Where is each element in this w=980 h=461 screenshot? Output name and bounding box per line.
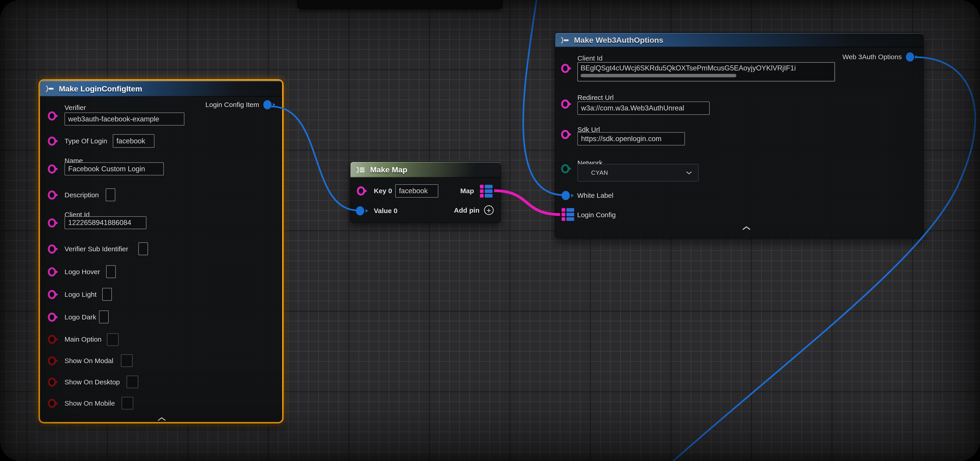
add-pin-icon[interactable]: + [484, 205, 494, 215]
pin-label-client-id: Client Id [578, 54, 603, 63]
output-web3auth-options[interactable]: Web 3Auth Options [842, 52, 914, 62]
make-map-icon [355, 166, 366, 173]
sdk-url-input[interactable]: https://sdk.openlogin.com [578, 132, 685, 145]
pin-label-show-on-desktop: Show On Desktop [65, 377, 120, 387]
pin-logo-hover[interactable] [48, 267, 56, 277]
logo-light-input[interactable] [102, 288, 112, 301]
wire-map-to-loginconfig[interactable] [494, 191, 560, 215]
pin-name[interactable] [48, 164, 56, 173]
verifier-sub-identifier-input[interactable] [138, 242, 148, 255]
graph-canvas[interactable]: Make LoginConfigItem Login Config Item V… [0, 0, 980, 461]
output-label: Login Config Item [205, 100, 259, 110]
client-id-input[interactable]: 1222658941886084 [65, 216, 146, 229]
pin-main-option[interactable] [48, 335, 56, 344]
pin-label-verifier-sub-identifier: Verifier Sub Identifier [65, 244, 128, 254]
client-id-input[interactable]: BEglQSgt4cUWcj6SKRdu5QkOXTsePmMcusG5EAoy… [578, 62, 835, 81]
pin-client-id[interactable] [48, 218, 56, 227]
pin-label-show-on-modal: Show On Modal [65, 356, 113, 366]
name-input[interactable]: Facebook Custom Login [65, 162, 164, 175]
network-value: CYAN [591, 169, 608, 176]
pin-label-verifier: Verifier [65, 103, 86, 113]
pin-sdk-url[interactable] [561, 130, 570, 139]
partial-node-top[interactable] [298, 0, 502, 9]
pin-logo-light[interactable] [48, 290, 56, 299]
type-of-login-input[interactable]: facebook [113, 134, 154, 148]
show-on-desktop-checkbox[interactable] [127, 375, 138, 388]
node-title: Make LoginConfigItem [59, 84, 142, 93]
blueprint-editor: Make LoginConfigItem Login Config Item V… [0, 0, 980, 461]
pin-value-0[interactable] [356, 206, 364, 215]
add-pin-label: Add pin [454, 205, 479, 215]
make-struct-icon [45, 85, 54, 92]
pin-label-show-on-mobile: Show On Mobile [65, 399, 115, 408]
pin-label-redirect-url: Redirect Url [578, 93, 614, 102]
output-pin-web3auth-options[interactable] [906, 52, 914, 62]
main-option-checkbox[interactable] [107, 333, 119, 346]
pin-login-config[interactable] [562, 208, 574, 221]
pin-client-id[interactable] [561, 64, 570, 73]
output-pin-login-config-item[interactable] [263, 100, 272, 109]
node-make-map[interactable]: Make Map Key 0 facebook Map Value 0 Add … [350, 161, 501, 223]
node-header-make-map[interactable]: Make Map [350, 162, 501, 178]
node-header-make-loginconfigitem[interactable]: Make LoginConfigItem [40, 81, 282, 97]
pin-white-label[interactable] [562, 191, 570, 200]
pin-label-map: Map [460, 186, 474, 196]
show-on-modal-checkbox[interactable] [121, 354, 133, 367]
output-login-config-item[interactable]: Login Config Item [205, 100, 272, 110]
collapse-chevron-icon[interactable] [742, 226, 751, 230]
network-dropdown[interactable]: CYAN [578, 164, 698, 181]
pin-type-of-login[interactable] [48, 137, 56, 146]
chevron-down-icon [686, 171, 692, 175]
pin-label-logo-light: Logo Light [65, 290, 97, 299]
key-0-input[interactable]: facebook [395, 184, 438, 197]
pin-description[interactable] [48, 191, 56, 200]
node-title: Make Map [370, 165, 407, 174]
output-pin-map[interactable] [480, 185, 493, 197]
pin-network[interactable] [561, 164, 570, 173]
verifier-input[interactable]: web3auth-facebook-example [65, 113, 185, 126]
pin-show-on-modal[interactable] [48, 356, 56, 366]
pin-logo-dark[interactable] [48, 313, 56, 322]
node-make-web3authoptions[interactable]: Make Web3AuthOptions Web 3Auth Options C… [555, 32, 924, 238]
pin-label-main-option: Main Option [65, 335, 102, 344]
pin-key-0[interactable] [357, 186, 365, 196]
pin-redirect-url[interactable] [561, 100, 570, 109]
node-make-loginconfigitem[interactable]: Make LoginConfigItem Login Config Item V… [38, 79, 284, 423]
pin-show-on-desktop[interactable] [48, 378, 56, 387]
node-header-make-web3authoptions[interactable]: Make Web3AuthOptions [555, 33, 923, 47]
pin-label-value-0: Value 0 [374, 206, 397, 216]
redirect-url-input[interactable]: w3a://com.w3a.Web3AuthUnreal [578, 102, 710, 115]
pin-verifier[interactable] [48, 111, 56, 121]
client-id-scrollbar[interactable] [581, 74, 737, 77]
pin-label-key-0: Key 0 [374, 186, 392, 196]
pin-label-white-label: White Label [577, 191, 613, 200]
output-label: Web 3Auth Options [842, 52, 902, 62]
description-input[interactable] [106, 188, 115, 201]
pin-label-logo-dark: Logo Dark [65, 312, 96, 322]
collapse-chevron-icon[interactable] [157, 417, 166, 421]
client-id-text: BEglQSgt4cUWcj6SKRdu5QkOXTsePmMcusG5EAoy… [581, 64, 832, 72]
pin-label-type-of-login: Type Of Login [65, 136, 107, 146]
node-title: Make Web3AuthOptions [574, 36, 663, 45]
pin-verifier-sub-identifier[interactable] [48, 245, 56, 254]
pin-label-login-config: Login Config [577, 210, 616, 220]
pin-label-logo-hover: Logo Hover [65, 267, 100, 277]
logo-hover-input[interactable] [106, 265, 116, 278]
pin-label-description: Description [65, 190, 99, 200]
logo-dark-input[interactable] [99, 310, 109, 323]
show-on-mobile-checkbox[interactable] [121, 397, 134, 410]
make-struct-icon [560, 37, 570, 44]
pin-show-on-mobile[interactable] [48, 399, 56, 408]
wire-loginconfigitem-to-value0[interactable] [271, 107, 358, 210]
